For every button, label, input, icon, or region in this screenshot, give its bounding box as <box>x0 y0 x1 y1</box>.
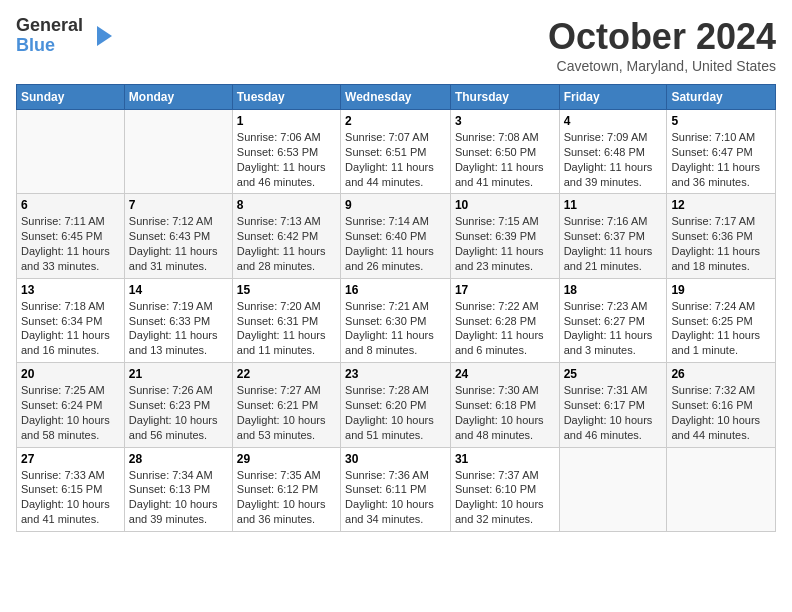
day-info: Sunrise: 7:25 AMSunset: 6:24 PMDaylight:… <box>21 384 110 441</box>
calendar-cell: 21 Sunrise: 7:26 AMSunset: 6:23 PMDaylig… <box>124 363 232 447</box>
calendar-cell: 8 Sunrise: 7:13 AMSunset: 6:42 PMDayligh… <box>232 194 340 278</box>
calendar-cell: 5 Sunrise: 7:10 AMSunset: 6:47 PMDayligh… <box>667 110 776 194</box>
day-number: 18 <box>564 283 663 297</box>
calendar-week-4: 20 Sunrise: 7:25 AMSunset: 6:24 PMDaylig… <box>17 363 776 447</box>
calendar-cell <box>559 447 667 531</box>
calendar-cell: 2 Sunrise: 7:07 AMSunset: 6:51 PMDayligh… <box>341 110 451 194</box>
day-info: Sunrise: 7:26 AMSunset: 6:23 PMDaylight:… <box>129 384 218 441</box>
day-info: Sunrise: 7:33 AMSunset: 6:15 PMDaylight:… <box>21 469 110 526</box>
calendar-week-2: 6 Sunrise: 7:11 AMSunset: 6:45 PMDayligh… <box>17 194 776 278</box>
logo: General Blue <box>16 16 117 56</box>
header-tuesday: Tuesday <box>232 85 340 110</box>
logo-general: General <box>16 16 83 36</box>
calendar-cell: 9 Sunrise: 7:14 AMSunset: 6:40 PMDayligh… <box>341 194 451 278</box>
day-number: 4 <box>564 114 663 128</box>
day-info: Sunrise: 7:32 AMSunset: 6:16 PMDaylight:… <box>671 384 760 441</box>
page-header: General Blue October 2024 Cavetown, Mary… <box>16 16 776 74</box>
day-number: 3 <box>455 114 555 128</box>
day-info: Sunrise: 7:20 AMSunset: 6:31 PMDaylight:… <box>237 300 326 357</box>
header-wednesday: Wednesday <box>341 85 451 110</box>
day-info: Sunrise: 7:13 AMSunset: 6:42 PMDaylight:… <box>237 215 326 272</box>
calendar-cell <box>124 110 232 194</box>
day-number: 8 <box>237 198 336 212</box>
day-number: 30 <box>345 452 446 466</box>
day-info: Sunrise: 7:10 AMSunset: 6:47 PMDaylight:… <box>671 131 760 188</box>
logo-blue: Blue <box>16 36 83 56</box>
calendar-cell: 20 Sunrise: 7:25 AMSunset: 6:24 PMDaylig… <box>17 363 125 447</box>
logo-icon <box>87 21 117 51</box>
calendar-table: SundayMondayTuesdayWednesdayThursdayFrid… <box>16 84 776 532</box>
day-number: 16 <box>345 283 446 297</box>
day-number: 11 <box>564 198 663 212</box>
calendar-cell <box>667 447 776 531</box>
calendar-cell: 7 Sunrise: 7:12 AMSunset: 6:43 PMDayligh… <box>124 194 232 278</box>
day-number: 31 <box>455 452 555 466</box>
calendar-cell: 27 Sunrise: 7:33 AMSunset: 6:15 PMDaylig… <box>17 447 125 531</box>
day-info: Sunrise: 7:14 AMSunset: 6:40 PMDaylight:… <box>345 215 434 272</box>
day-info: Sunrise: 7:35 AMSunset: 6:12 PMDaylight:… <box>237 469 326 526</box>
day-number: 24 <box>455 367 555 381</box>
header-sunday: Sunday <box>17 85 125 110</box>
calendar-cell <box>17 110 125 194</box>
calendar-cell: 22 Sunrise: 7:27 AMSunset: 6:21 PMDaylig… <box>232 363 340 447</box>
day-info: Sunrise: 7:15 AMSunset: 6:39 PMDaylight:… <box>455 215 544 272</box>
calendar-cell: 29 Sunrise: 7:35 AMSunset: 6:12 PMDaylig… <box>232 447 340 531</box>
day-info: Sunrise: 7:06 AMSunset: 6:53 PMDaylight:… <box>237 131 326 188</box>
calendar-cell: 18 Sunrise: 7:23 AMSunset: 6:27 PMDaylig… <box>559 278 667 362</box>
calendar-week-3: 13 Sunrise: 7:18 AMSunset: 6:34 PMDaylig… <box>17 278 776 362</box>
day-info: Sunrise: 7:23 AMSunset: 6:27 PMDaylight:… <box>564 300 653 357</box>
day-number: 29 <box>237 452 336 466</box>
day-number: 5 <box>671 114 771 128</box>
calendar-cell: 24 Sunrise: 7:30 AMSunset: 6:18 PMDaylig… <box>450 363 559 447</box>
day-number: 6 <box>21 198 120 212</box>
calendar-cell: 10 Sunrise: 7:15 AMSunset: 6:39 PMDaylig… <box>450 194 559 278</box>
calendar-cell: 15 Sunrise: 7:20 AMSunset: 6:31 PMDaylig… <box>232 278 340 362</box>
calendar-cell: 6 Sunrise: 7:11 AMSunset: 6:45 PMDayligh… <box>17 194 125 278</box>
month-title: October 2024 <box>548 16 776 58</box>
day-number: 27 <box>21 452 120 466</box>
day-info: Sunrise: 7:07 AMSunset: 6:51 PMDaylight:… <box>345 131 434 188</box>
title-block: October 2024 Cavetown, Maryland, United … <box>548 16 776 74</box>
calendar-week-5: 27 Sunrise: 7:33 AMSunset: 6:15 PMDaylig… <box>17 447 776 531</box>
calendar-week-1: 1 Sunrise: 7:06 AMSunset: 6:53 PMDayligh… <box>17 110 776 194</box>
day-number: 19 <box>671 283 771 297</box>
day-number: 2 <box>345 114 446 128</box>
calendar-cell: 14 Sunrise: 7:19 AMSunset: 6:33 PMDaylig… <box>124 278 232 362</box>
calendar-cell: 12 Sunrise: 7:17 AMSunset: 6:36 PMDaylig… <box>667 194 776 278</box>
day-number: 10 <box>455 198 555 212</box>
calendar-cell: 19 Sunrise: 7:24 AMSunset: 6:25 PMDaylig… <box>667 278 776 362</box>
calendar-cell: 1 Sunrise: 7:06 AMSunset: 6:53 PMDayligh… <box>232 110 340 194</box>
day-number: 9 <box>345 198 446 212</box>
day-number: 14 <box>129 283 228 297</box>
day-info: Sunrise: 7:31 AMSunset: 6:17 PMDaylight:… <box>564 384 653 441</box>
calendar-header-row: SundayMondayTuesdayWednesdayThursdayFrid… <box>17 85 776 110</box>
day-info: Sunrise: 7:27 AMSunset: 6:21 PMDaylight:… <box>237 384 326 441</box>
day-number: 13 <box>21 283 120 297</box>
day-info: Sunrise: 7:37 AMSunset: 6:10 PMDaylight:… <box>455 469 544 526</box>
day-number: 12 <box>671 198 771 212</box>
day-number: 15 <box>237 283 336 297</box>
header-friday: Friday <box>559 85 667 110</box>
day-info: Sunrise: 7:08 AMSunset: 6:50 PMDaylight:… <box>455 131 544 188</box>
calendar-cell: 23 Sunrise: 7:28 AMSunset: 6:20 PMDaylig… <box>341 363 451 447</box>
location: Cavetown, Maryland, United States <box>548 58 776 74</box>
calendar-cell: 31 Sunrise: 7:37 AMSunset: 6:10 PMDaylig… <box>450 447 559 531</box>
calendar-cell: 30 Sunrise: 7:36 AMSunset: 6:11 PMDaylig… <box>341 447 451 531</box>
day-number: 21 <box>129 367 228 381</box>
day-number: 1 <box>237 114 336 128</box>
calendar-cell: 28 Sunrise: 7:34 AMSunset: 6:13 PMDaylig… <box>124 447 232 531</box>
day-info: Sunrise: 7:24 AMSunset: 6:25 PMDaylight:… <box>671 300 760 357</box>
calendar-cell: 11 Sunrise: 7:16 AMSunset: 6:37 PMDaylig… <box>559 194 667 278</box>
calendar-cell: 13 Sunrise: 7:18 AMSunset: 6:34 PMDaylig… <box>17 278 125 362</box>
day-number: 22 <box>237 367 336 381</box>
header-saturday: Saturday <box>667 85 776 110</box>
day-info: Sunrise: 7:30 AMSunset: 6:18 PMDaylight:… <box>455 384 544 441</box>
day-number: 26 <box>671 367 771 381</box>
header-monday: Monday <box>124 85 232 110</box>
day-number: 23 <box>345 367 446 381</box>
calendar-cell: 3 Sunrise: 7:08 AMSunset: 6:50 PMDayligh… <box>450 110 559 194</box>
calendar-cell: 4 Sunrise: 7:09 AMSunset: 6:48 PMDayligh… <box>559 110 667 194</box>
day-info: Sunrise: 7:18 AMSunset: 6:34 PMDaylight:… <box>21 300 110 357</box>
day-number: 28 <box>129 452 228 466</box>
calendar-cell: 17 Sunrise: 7:22 AMSunset: 6:28 PMDaylig… <box>450 278 559 362</box>
